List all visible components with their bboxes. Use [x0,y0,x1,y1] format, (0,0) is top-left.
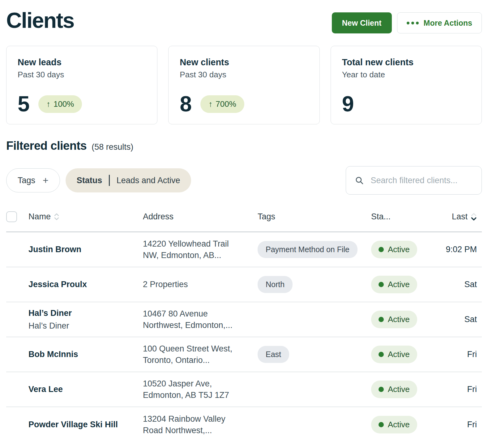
table-row[interactable]: Hal’s Diner Hal’s Diner 10467 80 Avenue … [6,302,482,337]
status-filter-pill[interactable]: Status Leads and Active [66,168,191,192]
tag-pill: North [258,276,293,293]
tags-filter-pill[interactable]: Tags + [6,168,60,192]
tag-pill: Payment Method on File [258,241,357,258]
client-address: 2 Properties [143,279,258,290]
client-name[interactable]: Hal’s Diner [28,308,143,318]
stat-title: New leads [18,57,146,67]
more-actions-button[interactable]: More Actions [397,12,482,33]
header-actions: New Client More Actions [332,9,482,33]
last-activity: Fri [434,420,482,429]
search-box[interactable] [346,166,482,195]
tag-pill: East [258,346,289,363]
arrow-up-icon: ↑ [46,99,50,109]
client-address: 14220 Yellowhead Trail NW, Edmonton, AB.… [143,238,258,261]
client-address: 13204 Rainbow Valley Road Northwest,... [143,413,258,436]
stat-card-new-leads: New leads Past 30 days 5 ↑100% [6,46,157,124]
stat-title: Total new clients [342,57,470,67]
page-title: Clients [6,9,74,32]
column-header-address[interactable]: Address [143,212,258,222]
table-row[interactable]: Powder Village Ski Hill 13204 Rainbow Va… [6,407,482,442]
more-actions-label: More Actions [424,19,472,28]
last-activity: Fri [434,385,482,394]
client-name[interactable]: Powder Village Ski Hill [28,420,143,429]
stat-subtitle: Year to date [342,70,470,80]
search-icon [355,175,364,186]
results-count: (58 results) [92,142,133,152]
table-header: Name Address Tags Sta... Last [6,203,482,232]
table-row[interactable]: Vera Lee 10520 Jasper Ave, Edmonton, AB … [6,372,482,407]
table-row[interactable]: Jessica Proulx 2 Properties North Active… [6,267,482,302]
search-input[interactable] [370,175,473,186]
client-company: Hal’s Diner [28,321,143,331]
column-header-last[interactable]: Last [434,212,482,222]
stat-value: 5 [18,93,30,115]
clients-table: Name Address Tags Sta... Last Justi [6,203,482,442]
status-badge: Active [371,346,417,363]
last-activity: Fri [434,350,482,359]
status-badge: Active [371,416,417,433]
last-activity: 9:02 PM [434,245,482,254]
status-filter-value: Leads and Active [117,176,180,185]
stat-subtitle: Past 30 days [180,70,308,80]
status-dot-icon [379,282,384,287]
clients-page: Clients New Client More Actions New lead… [0,0,488,442]
filter-bar: Tags + Status Leads and Active [6,166,482,195]
stat-card-new-clients: New clients Past 30 days 8 ↑700% [168,46,319,124]
client-address: 10467 80 Avenue Northwest, Edmonton,... [143,308,258,331]
client-address: 10520 Jasper Ave, Edmonton, AB T5J 1Z7 [143,378,258,401]
stat-value: 9 [342,93,354,115]
column-header-tags[interactable]: Tags [258,212,371,222]
plus-icon: + [43,175,49,185]
status-badge: Active [371,311,417,328]
status-badge: Active [371,276,417,293]
table-row[interactable]: Bob McInnis 100 Queen Street West, Toron… [6,337,482,372]
client-name[interactable]: Vera Lee [28,385,143,394]
client-address: 100 Queen Street West, Toronto, Ontario.… [143,343,258,366]
tags-filter-label: Tags [18,176,35,185]
new-client-button[interactable]: New Client [332,12,392,33]
column-header-status[interactable]: Sta... [371,212,434,222]
ellipsis-icon [407,22,419,24]
status-dot-icon [379,387,384,392]
page-header: Clients New Client More Actions [6,0,482,33]
arrow-up-icon: ↑ [208,99,212,109]
sort-desc-icon [471,213,477,221]
table-row[interactable]: Justin Brown 14220 Yellowhead Trail NW, … [6,232,482,267]
status-dot-icon [379,247,384,252]
stat-subtitle: Past 30 days [18,70,146,80]
status-dot-icon [379,317,384,322]
status-dot-icon [379,422,384,427]
client-name[interactable]: Jessica Proulx [28,280,143,289]
last-activity: Sat [434,315,482,324]
sort-icon [54,213,59,220]
status-badge: Active [371,241,417,258]
stat-cards: New leads Past 30 days 5 ↑100% New clien… [6,46,482,124]
select-all-checkbox[interactable] [6,211,17,222]
status-dot-icon [379,352,384,357]
stat-title: New clients [180,57,308,67]
status-filter-label: Status [77,176,102,185]
section-title: Filtered clients [6,139,87,153]
stat-card-total-new-clients: Total new clients Year to date 9 [331,46,482,124]
stat-delta-badge: ↑100% [38,95,82,113]
client-name[interactable]: Justin Brown [28,245,143,254]
client-name[interactable]: Bob McInnis [28,350,143,359]
stat-value: 8 [180,93,192,115]
pill-divider [109,175,110,186]
column-header-name[interactable]: Name [28,212,59,222]
filtered-clients-heading: Filtered clients (58 results) [6,139,482,153]
status-badge: Active [371,381,417,398]
last-activity: Sat [434,280,482,289]
stat-delta-badge: ↑700% [200,95,244,113]
